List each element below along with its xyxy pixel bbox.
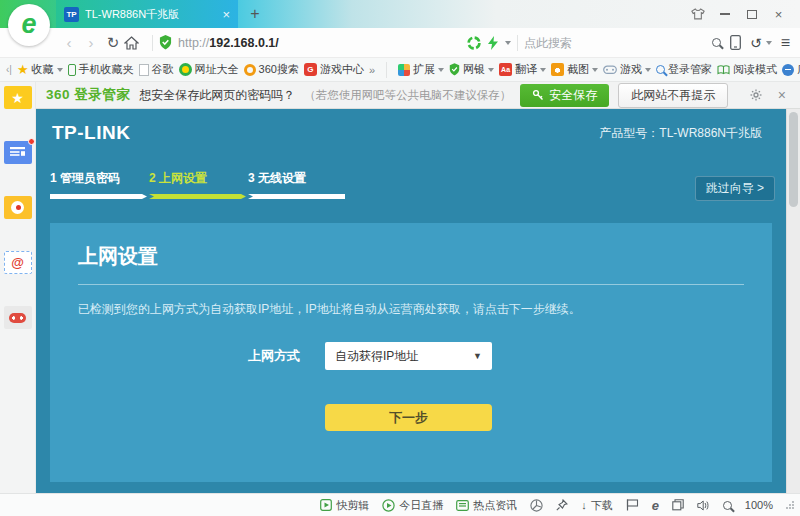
extensions-button[interactable]: 扩展 (398, 62, 444, 77)
sidebar-mention-icon[interactable]: @ (4, 251, 32, 274)
bank-shield-icon (449, 63, 460, 76)
online-banking-button[interactable]: 网银 (449, 62, 494, 77)
sidebar-news-icon[interactable] (4, 141, 32, 164)
step-progress-bar (248, 194, 345, 199)
wan-type-value: 自动获得IP地址 (335, 348, 418, 365)
product-model-label: 产品型号：TL-WR886N千兆版 (599, 125, 770, 142)
ie-compat-icon[interactable]: e (652, 499, 659, 512)
toolbar-separator (152, 35, 153, 51)
close-notification-icon[interactable]: × (778, 87, 786, 103)
forward-button[interactable]: › (80, 35, 102, 50)
bookmark-label: 登录管家 (668, 62, 712, 77)
translate-button[interactable]: Aa翻译 (499, 62, 546, 77)
close-button[interactable]: × (765, 0, 792, 28)
detection-description: 已检测到您的上网方式为自动获取IP地址，IP地址将自动从运营商处获取，请点击下一… (78, 301, 744, 318)
bookmark-favorites[interactable]: ★收藏 (17, 62, 63, 77)
hot-news-label: 热点资讯 (473, 498, 517, 513)
book-icon (717, 65, 730, 75)
sidebar-favorites-icon[interactable]: ★ (4, 86, 32, 109)
reload-button[interactable]: ↻ (102, 35, 124, 50)
skip-wizard-button[interactable]: 跳过向导 > (695, 176, 775, 201)
screenshot-button[interactable]: 截图 (551, 62, 598, 77)
caret-down-icon (488, 68, 494, 72)
next-step-button[interactable]: 下一步 (325, 404, 492, 431)
page-scrollbar[interactable] (786, 109, 800, 493)
search-icon[interactable] (712, 38, 721, 47)
sidebar-games-icon[interactable] (4, 306, 32, 329)
resize-grip-icon[interactable] (786, 501, 794, 509)
gear-icon[interactable] (750, 89, 762, 101)
hot-news-button[interactable]: 热点资讯 (456, 498, 517, 513)
tab-favicon-tp-icon: TP (64, 7, 79, 22)
quick-clip-button[interactable]: 快剪辑 (320, 498, 369, 513)
collapse-sidebar-icon[interactable]: ‹| (6, 64, 12, 75)
scrollbar-thumb[interactable] (789, 112, 798, 207)
security-shield-icon (159, 35, 172, 50)
360-search-icon (244, 64, 256, 76)
bookmark-label: 游戏中心 (320, 62, 364, 77)
search-input[interactable] (524, 36, 702, 50)
pinwheel-icon[interactable] (530, 499, 543, 512)
bookmark-site-directory[interactable]: 网址大全 (179, 62, 239, 77)
caret-down-icon (645, 68, 651, 72)
address-bar[interactable]: http://192.168.0.1/ (159, 35, 467, 50)
back-button[interactable]: ‹ (58, 35, 80, 50)
page-icon (139, 64, 149, 76)
live-today-label: 今日直播 (399, 498, 443, 513)
sidebar-weibo-icon[interactable] (4, 196, 32, 219)
browser-side-panel: ★ @ (0, 82, 36, 493)
speed-wheel-icon[interactable] (467, 36, 481, 50)
save-password-button[interactable]: 安全保存 (520, 84, 609, 107)
multi-window-icon[interactable] (672, 499, 684, 511)
menu-icon[interactable]: ≡ (781, 34, 790, 52)
bookmark-game-center[interactable]: G游戏中心 (304, 62, 364, 77)
download-button[interactable]: ↓下载 (581, 498, 613, 513)
speed-mode-caret-icon[interactable] (505, 41, 511, 45)
flag-icon[interactable] (626, 499, 639, 511)
zoom-icon[interactable] (723, 501, 732, 510)
login-manager-button[interactable]: 登录管家 (656, 62, 712, 77)
bookmark-label: 谷歌 (152, 62, 174, 77)
restore-session-button[interactable]: ↺ (750, 35, 772, 51)
bookmark-360-search[interactable]: 360搜索 (244, 62, 299, 77)
minimize-button[interactable] (711, 0, 738, 28)
login-manager-brand: 360 登录管家 (46, 86, 130, 104)
toolbar-right-icons: ↺ ≡ (702, 34, 800, 52)
reading-mode-button[interactable]: 阅读模式 (717, 62, 777, 77)
speaker-icon[interactable] (697, 500, 710, 511)
step-wireless-settings: 3 无线设置 (248, 170, 345, 199)
caret-down-icon (438, 68, 444, 72)
save-password-label: 安全保存 (549, 87, 597, 104)
step-progress-bar (149, 194, 246, 199)
maximize-button[interactable] (738, 0, 765, 28)
translate-icon: Aa (499, 63, 512, 76)
home-button[interactable] (124, 36, 146, 50)
browser-tab[interactable]: TP TL-WR886N千兆版 × (56, 0, 238, 28)
game-center-icon: G (304, 63, 317, 76)
tplink-logo: TP-LINK (52, 122, 130, 144)
lightning-icon[interactable] (488, 36, 498, 50)
bookmark-label: 网址大全 (195, 62, 239, 77)
bookmark-label: 扩展 (413, 62, 435, 77)
browser-logo-icon[interactable]: e (8, 4, 50, 46)
live-today-button[interactable]: 今日直播 (382, 498, 443, 513)
bookmark-google[interactable]: 谷歌 (139, 62, 174, 77)
games-button[interactable]: 游戏 (603, 62, 651, 77)
new-tab-button[interactable]: + (238, 0, 272, 28)
skin-icon[interactable] (684, 0, 711, 28)
step-label: 1 管理员密码 (50, 170, 147, 187)
zoom-level[interactable]: 100% (745, 499, 773, 511)
quick-clip-label: 快剪辑 (336, 498, 369, 513)
dismiss-site-button[interactable]: 此网站不再提示 (618, 83, 728, 108)
divider (78, 284, 744, 285)
ad-block-button[interactable]: 广告拦截 (782, 62, 800, 77)
pushpin-icon[interactable] (556, 499, 568, 511)
mobile-phone-icon[interactable] (730, 35, 741, 50)
wan-type-select[interactable]: 自动获得IP地址 ▼ (325, 342, 492, 370)
bookmarks-overflow-icon[interactable]: » (369, 64, 375, 76)
wan-type-label: 上网方式 (248, 347, 300, 365)
bookmark-label: 翻译 (515, 62, 537, 77)
wan-type-row: 上网方式 自动获得IP地址 ▼ (78, 342, 744, 370)
tab-close-icon[interactable]: × (222, 8, 230, 21)
bookmark-mobile-favorites[interactable]: 手机收藏夹 (68, 62, 134, 77)
